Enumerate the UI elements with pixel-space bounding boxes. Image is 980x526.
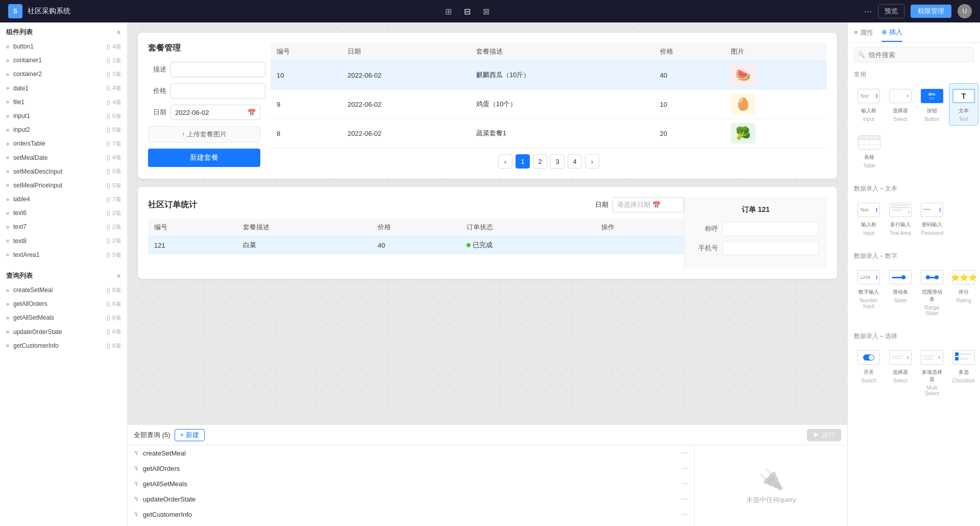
page-button-2[interactable]: 2: [533, 154, 547, 169]
component-type: {}: [107, 70, 110, 79]
sidebar-component-item[interactable]: input1 {} 5项: [0, 109, 127, 123]
sidebar-component-item[interactable]: date1 {} 4项: [0, 82, 127, 95]
widget-textarea[interactable]: I 多行输入 Text Area: [886, 197, 915, 240]
widget-rating[interactable]: ⭐⭐⭐ 评分 Rating: [949, 265, 978, 320]
tab-property[interactable]: ≡ 属性: [854, 24, 873, 41]
widget-password[interactable]: **** I 密码输入 Password: [917, 197, 947, 240]
sidebar-component-item[interactable]: text7 {} 2项: [0, 220, 127, 234]
query-name: updateOrderState: [13, 327, 107, 337]
sidebar-query-item[interactable]: createSetMeal {} 6项: [0, 283, 127, 297]
query-more-icon[interactable]: ···: [681, 510, 688, 519]
component-search-input[interactable]: [854, 47, 974, 62]
widget-multiselect[interactable]: ▾ 多项选择器 Multi Select: [917, 345, 947, 400]
desc-input[interactable]: [170, 62, 265, 77]
bottom-query-item[interactable]: ↯ getAllSetMeals ···: [128, 476, 694, 491]
sidebar-query-item[interactable]: updateOrderState {} 6项: [0, 325, 127, 339]
item-dot: [6, 240, 9, 243]
widget-button[interactable]: Btn Btn 按钮 Button: [917, 83, 947, 126]
avatar[interactable]: U: [958, 4, 972, 18]
widget-select[interactable]: ▾ 选择器 Select: [886, 83, 915, 126]
widget-number-name: 数字输入: [859, 289, 879, 296]
sidebar-query-item[interactable]: getAllSetMeals {} 6项: [0, 311, 127, 325]
page-button-4[interactable]: 4: [568, 154, 582, 169]
component-type: {}: [107, 195, 110, 204]
widget-input[interactable]: Text I 输入框 Input: [854, 83, 884, 126]
price-input[interactable]: [170, 83, 265, 99]
sidebar-query-item[interactable]: getCustomerInfo {} 6项: [0, 339, 127, 353]
query-more-icon[interactable]: ···: [681, 464, 688, 473]
widget-number[interactable]: 1234 I 数字输入 Number Input: [854, 265, 884, 320]
layout-icon-3[interactable]: ⊠: [481, 5, 492, 18]
sidebar-component-item[interactable]: setMealDate {} 4项: [0, 151, 127, 165]
common-widget-grid: Text I 输入框 Input ▾ 选择器: [854, 83, 974, 126]
bottom-query-item[interactable]: ↯ updateOrderState ···: [128, 491, 694, 507]
more-options-icon[interactable]: ···: [864, 6, 872, 17]
table-row[interactable]: 9 2022-06-02 鸡蛋（10个） 10 🥚: [271, 90, 827, 119]
widget-rangeslider[interactable]: 范围滑动条 Range Slider: [917, 265, 947, 320]
sidebar-component-item[interactable]: container1 {} 1项: [0, 54, 127, 67]
widget-switch[interactable]: 开关 Switch: [854, 345, 884, 400]
run-query-button[interactable]: ▶ 运行: [807, 429, 841, 441]
sidebar-component-item[interactable]: setMealDescInput {} 5项: [0, 165, 127, 179]
sidebar-component-item[interactable]: ordersTable {} 7项: [0, 137, 127, 151]
sidebar-component-item[interactable]: table4 {} 7项: [0, 193, 127, 206]
widget-table[interactable]: 表格 Table: [854, 130, 885, 172]
col-desc: 套餐描述: [470, 43, 654, 61]
bottom-query-item[interactable]: ↯ createSetMeal ···: [128, 445, 694, 461]
detail-name-input[interactable]: [722, 222, 819, 236]
cell-price: 20: [654, 119, 725, 148]
component-name: text6: [13, 208, 107, 218]
item-dot: [6, 129, 9, 132]
cell-order-status: 已完成: [460, 236, 595, 254]
widget-text[interactable]: T 文本 Text: [949, 83, 978, 126]
cell-price: 10: [654, 90, 725, 119]
widget-input-label-name: 输入框: [861, 107, 876, 114]
bottom-query-item[interactable]: ↯ getAllOrders ···: [128, 461, 694, 476]
sidebar-component-item[interactable]: input2 {} 5项: [0, 123, 127, 137]
component-count: 7项: [112, 139, 121, 149]
widget-checkbox[interactable]: 多选 Checkbox: [949, 345, 978, 400]
manage-button[interactable]: 权限管理: [911, 5, 951, 18]
next-page-button[interactable]: ›: [585, 154, 599, 169]
sidebar-query-item[interactable]: getAllOrders {} 6项: [0, 297, 127, 311]
meal-management-layout: 套餐管理 描述 价格 日期 2022-06-02: [148, 43, 827, 169]
page-button-3[interactable]: 3: [550, 154, 565, 169]
detail-phone-input[interactable]: [722, 241, 819, 255]
date-picker[interactable]: 2022-06-02 📅: [170, 105, 260, 120]
new-query-button[interactable]: + 新建: [175, 429, 205, 441]
sidebar-component-item[interactable]: textArea1 {} 5项: [0, 248, 127, 262]
layout-icon-2[interactable]: ⊟: [462, 5, 473, 18]
sidebar-component-item[interactable]: text8 {} 2项: [0, 234, 127, 248]
sidebar-component-item[interactable]: container2 {} 1项: [0, 67, 127, 81]
query-collapse-icon[interactable]: ∧: [116, 272, 121, 279]
table-row[interactable]: 121 白菜 40 已完成: [148, 236, 684, 254]
widget-input2[interactable]: Text I 输入框 Input: [854, 197, 884, 240]
page-button-1[interactable]: 1: [516, 154, 530, 169]
component-type: {}: [107, 139, 110, 149]
create-meal-button[interactable]: 新建套餐: [148, 149, 260, 167]
sidebar-component-item[interactable]: file1 {} 4项: [0, 95, 127, 109]
preview-button[interactable]: 预览: [878, 4, 904, 18]
table-row[interactable]: 10 2022-06-02 麒麟西瓜（10斤） 40 🍉: [271, 61, 827, 90]
sidebar-component-item[interactable]: setMealPriceInput {} 5项: [0, 179, 127, 193]
sidebar-component-item[interactable]: button1 {} 4项: [0, 40, 127, 54]
prev-page-button[interactable]: ‹: [498, 154, 512, 169]
layout-icon-1[interactable]: ⊞: [443, 5, 454, 18]
table-row[interactable]: 8 2022-06-02 蔬菜套餐1 20 🥦: [271, 119, 827, 148]
component-type: {}: [107, 167, 110, 176]
bottom-query-item[interactable]: ↯ getCustomerInfo ···: [128, 507, 694, 522]
query-more-icon[interactable]: ···: [681, 479, 688, 488]
widget-select-label-sub: Select: [893, 116, 908, 122]
date-picker-stats[interactable]: 请选择日期 📅: [612, 197, 684, 212]
component-count: 2项: [112, 209, 121, 218]
widget-slider[interactable]: 滑动条 Slider: [886, 265, 915, 320]
query-more-icon[interactable]: ···: [681, 448, 688, 458]
upload-button[interactable]: ↑ 上传套餐图片: [148, 126, 260, 142]
component-list-title: 组件列表: [6, 28, 33, 37]
widget-select2[interactable]: ▾ 选择器 Select: [886, 345, 915, 400]
item-dot: [6, 184, 9, 187]
sidebar-component-item[interactable]: text6 {} 2项: [0, 206, 127, 220]
tab-insert[interactable]: ⊕ 插入: [881, 23, 902, 42]
collapse-icon[interactable]: ∧: [116, 29, 121, 36]
query-more-icon[interactable]: ···: [681, 494, 688, 504]
